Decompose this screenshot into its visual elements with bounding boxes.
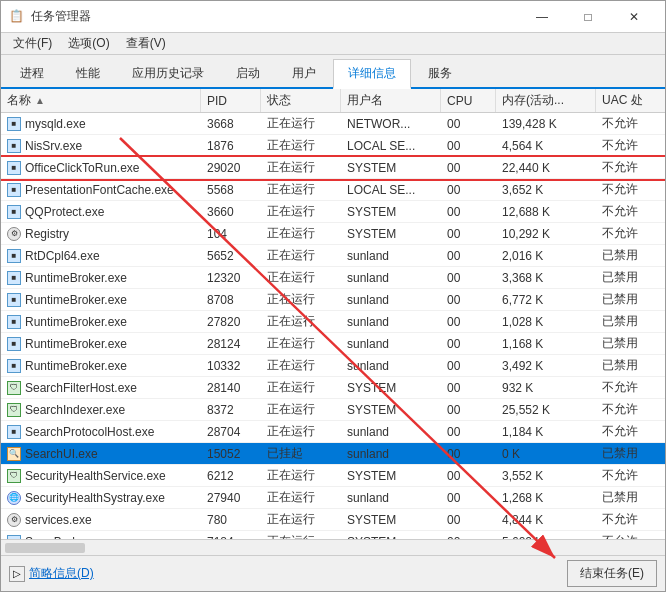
cell-pid: 8708 <box>201 289 261 310</box>
cell-mem: 6,772 K <box>496 289 596 310</box>
cell-cpu: 00 <box>441 487 496 508</box>
menu-view[interactable]: 查看(V) <box>118 33 174 54</box>
table-row[interactable]: ■RuntimeBroker.exe 28124 正在运行 sunland 00… <box>1 333 665 355</box>
table-row-highlighted[interactable]: ■OfficeClickToRun.exe 29020 正在运行 SYSTEM … <box>1 157 665 179</box>
cell-cpu: 00 <box>441 179 496 200</box>
title-left: 📋 任务管理器 <box>9 8 91 25</box>
table-row[interactable]: ⚙services.exe 780 正在运行 SYSTEM 00 4,844 K… <box>1 509 665 531</box>
cell-mem: 3,492 K <box>496 355 596 376</box>
cell-cpu: 00 <box>441 333 496 354</box>
tab-users[interactable]: 用户 <box>277 59 331 87</box>
cell-cpu: 00 <box>441 465 496 486</box>
table-row[interactable]: 🛡SearchFilterHost.exe 28140 正在运行 SYSTEM … <box>1 377 665 399</box>
cell-status: 正在运行 <box>261 289 341 310</box>
cell-uac: 不允许 <box>596 113 665 134</box>
cell-status: 正在运行 <box>261 179 341 200</box>
table-row[interactable]: ■RtDCpl64.exe 5652 正在运行 sunland 00 2,016… <box>1 245 665 267</box>
tab-app-history[interactable]: 应用历史记录 <box>117 59 219 87</box>
cell-pid: 780 <box>201 509 261 530</box>
title-bar: 📋 任务管理器 — □ ✕ <box>1 1 665 33</box>
cell-user: SYSTEM <box>341 509 441 530</box>
proc-icon: 🔍 <box>7 447 21 461</box>
footer: ▷ 简略信息(D) 结束任务(E) <box>1 555 665 591</box>
table-row[interactable]: ■NisSrv.exe 1876 正在运行 LOCAL SE... 00 4,5… <box>1 135 665 157</box>
maximize-button[interactable]: □ <box>565 1 611 33</box>
col-user[interactable]: 用户名 <box>341 89 441 112</box>
table-row-selected[interactable]: 🔍SearchUI.exe 15052 已挂起 sunland 00 0 K 已… <box>1 443 665 465</box>
cell-user: sunland <box>341 267 441 288</box>
cell-name: ■QQProtect.exe <box>1 201 201 222</box>
cell-cpu: 00 <box>441 113 496 134</box>
cell-uac: 已禁用 <box>596 311 665 332</box>
cell-cpu: 00 <box>441 267 496 288</box>
cell-mem: 1,184 K <box>496 421 596 442</box>
table-row[interactable]: ■mysqld.exe 3668 正在运行 NETWOR... 00 139,4… <box>1 113 665 135</box>
cell-user: sunland <box>341 311 441 332</box>
col-cpu[interactable]: CPU <box>441 89 496 112</box>
sort-arrow: ▲ <box>35 95 45 106</box>
table-body: ■mysqld.exe 3668 正在运行 NETWOR... 00 139,4… <box>1 113 665 539</box>
expand-button[interactable]: ▷ <box>9 566 25 582</box>
cell-status: 正在运行 <box>261 487 341 508</box>
cell-mem: 4,564 K <box>496 135 596 156</box>
cell-pid: 28704 <box>201 421 261 442</box>
table-row[interactable]: ■SearchProtocolHost.exe 28704 正在运行 sunla… <box>1 421 665 443</box>
horizontal-scrollbar[interactable] <box>1 539 665 555</box>
minimize-button[interactable]: — <box>519 1 565 33</box>
tab-startup[interactable]: 启动 <box>221 59 275 87</box>
cell-pid: 8372 <box>201 399 261 420</box>
table-row[interactable]: ⚙Registry 104 正在运行 SYSTEM 00 10,292 K 不允… <box>1 223 665 245</box>
cell-cpu: 00 <box>441 245 496 266</box>
cell-name: ■RuntimeBroker.exe <box>1 333 201 354</box>
proc-icon: ■ <box>7 359 21 373</box>
cell-mem: 12,688 K <box>496 201 596 222</box>
table-row[interactable]: 🌐SecurityHealthSystray.exe 27940 正在运行 su… <box>1 487 665 509</box>
cell-mem: 5,600 K <box>496 531 596 539</box>
tab-performance[interactable]: 性能 <box>61 59 115 87</box>
tabs-bar: 进程 性能 应用历史记录 启动 用户 详细信息 服务 <box>1 55 665 89</box>
tab-services[interactable]: 服务 <box>413 59 467 87</box>
tab-processes[interactable]: 进程 <box>5 59 59 87</box>
col-pid[interactable]: PID <box>201 89 261 112</box>
brief-info-link[interactable]: 简略信息(D) <box>29 565 94 582</box>
title-controls: — □ ✕ <box>519 1 657 33</box>
table-row[interactable]: ■QQProtect.exe 3660 正在运行 SYSTEM 00 12,68… <box>1 201 665 223</box>
cell-mem: 22,440 K <box>496 157 596 178</box>
cell-status: 正在运行 <box>261 311 341 332</box>
close-button[interactable]: ✕ <box>611 1 657 33</box>
cell-name: ⚙Registry <box>1 223 201 244</box>
table-row[interactable]: ■RuntimeBroker.exe 8708 正在运行 sunland 00 … <box>1 289 665 311</box>
col-name[interactable]: 名称 ▲ <box>1 89 201 112</box>
cell-uac: 不允许 <box>596 399 665 420</box>
end-task-button[interactable]: 结束任务(E) <box>567 560 657 587</box>
process-table: 名称 ▲ PID 状态 用户名 CPU 内存(活动... UAC 处 ■mysq… <box>1 89 665 555</box>
table-row[interactable]: 🛡SecurityHealthService.exe 6212 正在运行 SYS… <box>1 465 665 487</box>
cell-pid: 6212 <box>201 465 261 486</box>
tab-details[interactable]: 详细信息 <box>333 59 411 89</box>
table-row[interactable]: ■RuntimeBroker.exe 27820 正在运行 sunland 00… <box>1 311 665 333</box>
cell-uac: 已禁用 <box>596 289 665 310</box>
menu-file[interactable]: 文件(F) <box>5 33 60 54</box>
cell-mem: 932 K <box>496 377 596 398</box>
cell-status: 正在运行 <box>261 157 341 178</box>
menu-options[interactable]: 选项(O) <box>60 33 117 54</box>
table-row[interactable]: ■RuntimeBroker.exe 10332 正在运行 sunland 00… <box>1 355 665 377</box>
cell-cpu: 00 <box>441 201 496 222</box>
cell-user: SYSTEM <box>341 465 441 486</box>
table-row[interactable]: ■PresentationFontCache.exe 5568 正在运行 LOC… <box>1 179 665 201</box>
col-mem[interactable]: 内存(活动... <box>496 89 596 112</box>
cell-cpu: 00 <box>441 509 496 530</box>
cell-mem: 0 K <box>496 443 596 464</box>
table-row[interactable]: ■RuntimeBroker.exe 12320 正在运行 sunland 00… <box>1 267 665 289</box>
cell-status: 已挂起 <box>261 443 341 464</box>
col-uac[interactable]: UAC 处 <box>596 89 665 112</box>
col-status[interactable]: 状态 <box>261 89 341 112</box>
cell-status: 正在运行 <box>261 355 341 376</box>
cell-uac: 不允许 <box>596 465 665 486</box>
cell-status: 正在运行 <box>261 531 341 539</box>
cell-uac: 不允许 <box>596 201 665 222</box>
cell-cpu: 00 <box>441 355 496 376</box>
table-row[interactable]: 🛡SearchIndexer.exe 8372 正在运行 SYSTEM 00 2… <box>1 399 665 421</box>
table-row[interactable]: ■SgrmBroker.exe 7184 正在运行 SYSTEM 00 5,60… <box>1 531 665 539</box>
cell-user: NETWOR... <box>341 113 441 134</box>
